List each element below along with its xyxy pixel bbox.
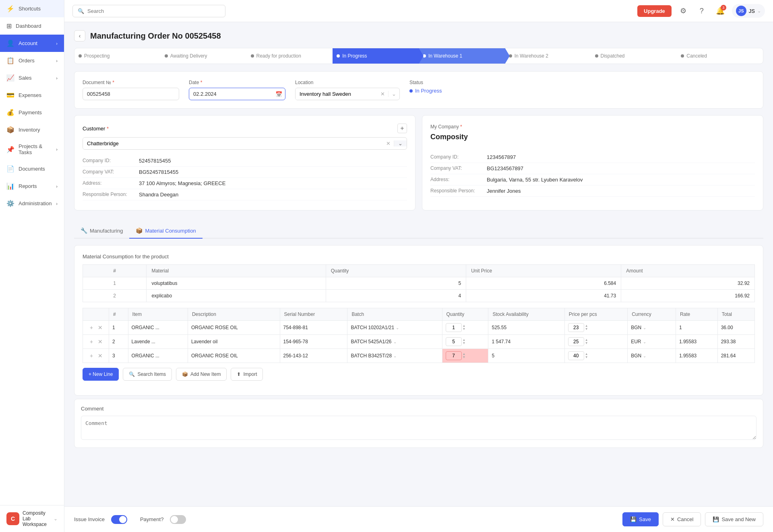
sidebar-item-dashboard[interactable]: ⊞ Dashboard [0,17,64,35]
row2-price-spinner[interactable]: ▲ ▼ [568,337,624,346]
row2-price-input[interactable] [568,337,584,346]
help-button[interactable]: ? [695,4,709,18]
date-input[interactable] [189,88,285,100]
page-header: ‹ Manufacturing Order No 00525458 [74,30,763,41]
items-col-num: # [109,308,128,321]
tab-manufacturing[interactable]: 🔧 Manufacturing [74,223,129,239]
sidebar-item-administration[interactable]: ⚙️ Administration › [0,195,64,212]
row3-qty-input[interactable] [446,351,462,360]
location-expand-button[interactable]: ⌄ [388,91,399,97]
mat-cell-amount: 32.92 [621,277,755,290]
tab-material[interactable]: 📦 Material Consumption [129,223,202,239]
row3-qty-down[interactable]: ▼ [463,356,466,359]
payment-label: Payment? [140,516,164,522]
payment-toggle[interactable] [170,515,186,524]
row1-qty-spinner[interactable]: ▲ ▼ [446,323,485,332]
row3-price-input[interactable] [568,351,584,360]
row1-currency-select[interactable]: BGN ⌄ [631,325,672,330]
comment-input[interactable] [81,416,756,440]
row1-qty-input[interactable] [446,323,462,332]
sidebar-item-orders[interactable]: 📋 Orders › [0,52,64,69]
status-step-warehouse2[interactable]: In Warehouse 2 [505,48,591,64]
customer-expand-button[interactable]: ⌄ [394,140,407,146]
status-step-awaiting[interactable]: Awaiting Delivery [161,48,247,64]
issue-invoice-toggle[interactable] [111,515,127,524]
upgrade-button[interactable]: Upgrade [637,5,672,17]
sidebar-item-projects[interactable]: 📌 Projects & Tasks › [0,138,64,160]
sidebar-item-inventory[interactable]: 📦 Inventory [0,121,64,138]
row3-batch-select[interactable]: BATCH B3425T/28 ⌄ [351,353,438,359]
import-button[interactable]: ⬆ Import [231,368,263,381]
row1-price-down[interactable]: ▼ [585,328,588,331]
row3-price: ▲ ▼ [564,349,627,363]
sidebar-item-payments[interactable]: 💰 Payments [0,104,64,121]
customer-input[interactable] [83,138,383,149]
sidebar-item-expenses[interactable]: 💳 Expenses [0,87,64,104]
status-step-dispatched[interactable]: Dispatched [591,48,677,64]
user-menu-button[interactable]: JS JS ⌄ [732,4,765,18]
row1-qty-down[interactable]: ▼ [463,328,466,331]
row2-qty-spinner[interactable]: ▲ ▼ [446,337,485,346]
tab-manufacturing-label: Manufacturing [90,228,123,234]
row3-add-button[interactable]: + [88,352,95,359]
row2-qty-down[interactable]: ▼ [463,342,466,345]
save-new-button[interactable]: 💾 Save and New [705,512,763,526]
location-clear-button[interactable]: ✕ [377,91,388,97]
customer-clear-button[interactable]: ✕ [383,140,394,146]
workspace-switcher[interactable]: C Composity Lab Workspace ⌄ [0,505,64,532]
row3-batch-chevron-icon[interactable]: ⌄ [393,354,397,358]
row2-qty-input[interactable] [446,337,462,346]
row2-add-button[interactable]: + [88,338,95,345]
row1-currency-chevron-icon[interactable]: ⌄ [643,326,646,330]
search-box[interactable]: 🔍 [72,5,225,17]
row2-currency-chevron-icon[interactable]: ⌄ [643,340,646,344]
settings-button[interactable]: ⚙ [676,4,690,18]
add-new-item-button[interactable]: 📦 Add New Item [176,368,227,381]
status-step-inprogress[interactable]: In Progress [333,48,419,64]
row2-batch-select[interactable]: BATCH 5425A1/26 ⌄ [351,339,438,344]
customer-select[interactable]: ✕ ⌄ [83,137,407,150]
calendar-icon[interactable]: 📅 [275,91,282,97]
location-input[interactable] [296,88,377,100]
material-tab-icon: 📦 [136,227,143,234]
row3-qty-spinner[interactable]: ▲ ▼ [446,351,485,360]
status-step-ready[interactable]: Ready for production [247,48,333,64]
status-step-prospecting[interactable]: Prospecting [74,48,161,64]
cancel-button[interactable]: ✕ Cancel [663,512,701,526]
sidebar-item-documents[interactable]: 📄 Documents [0,160,64,177]
row1-batch-chevron-icon[interactable]: ⌄ [396,326,399,330]
row2-price-down[interactable]: ▼ [585,342,588,345]
row1-qty-spinners: ▲ ▼ [463,324,466,331]
row2-currency-select[interactable]: EUR ⌄ [631,339,672,344]
row3-currency-chevron-icon[interactable]: ⌄ [643,354,646,358]
back-button[interactable]: ‹ [74,30,85,41]
row3-price-down[interactable]: ▼ [585,356,588,359]
row1-remove-button[interactable]: ✕ [97,324,104,331]
sidebar-item-reports[interactable]: 📊 Reports › [0,177,64,195]
status-step-warehouse1[interactable]: In Warehouse 1 [419,48,505,64]
row1-add-button[interactable]: + [88,324,95,331]
customer-vat-label: Company VAT: [83,169,139,175]
notifications-button[interactable]: 🔔 3 [713,4,727,18]
sidebar-item-shortcuts[interactable]: ⚡ Shortcuts [0,0,64,17]
status-step-canceled[interactable]: Canceled [677,48,763,64]
search-input[interactable] [87,8,220,14]
row3-currency-select[interactable]: BGN ⌄ [631,353,672,359]
save-button[interactable]: 💾 Save [622,512,659,526]
doc-no-input[interactable] [83,88,179,100]
row3-remove-button[interactable]: ✕ [97,352,104,359]
row1-price-input[interactable] [568,323,584,332]
row1-price-spinner[interactable]: ▲ ▼ [568,323,624,332]
row2-remove-button[interactable]: ✕ [97,338,104,345]
new-line-button[interactable]: + New Line [83,368,119,381]
location-select[interactable]: ✕ ⌄ [295,88,400,100]
row2-batch-chevron-icon[interactable]: ⌄ [393,340,397,344]
row1-batch-select[interactable]: BATCH 10202A1/21 ⌄ [351,325,438,330]
my-company-vat-label: Company VAT: [430,165,487,171]
sidebar-item-sales[interactable]: 📈 Sales › [0,69,64,87]
page-content: ‹ Manufacturing Order No 00525458 Prospe… [64,22,773,532]
sidebar-item-account[interactable]: 👤 Account › [0,35,64,52]
search-items-button[interactable]: 🔍 Search Items [123,368,172,381]
row3-price-spinner[interactable]: ▲ ▼ [568,351,624,360]
add-customer-button[interactable]: + [397,124,407,133]
